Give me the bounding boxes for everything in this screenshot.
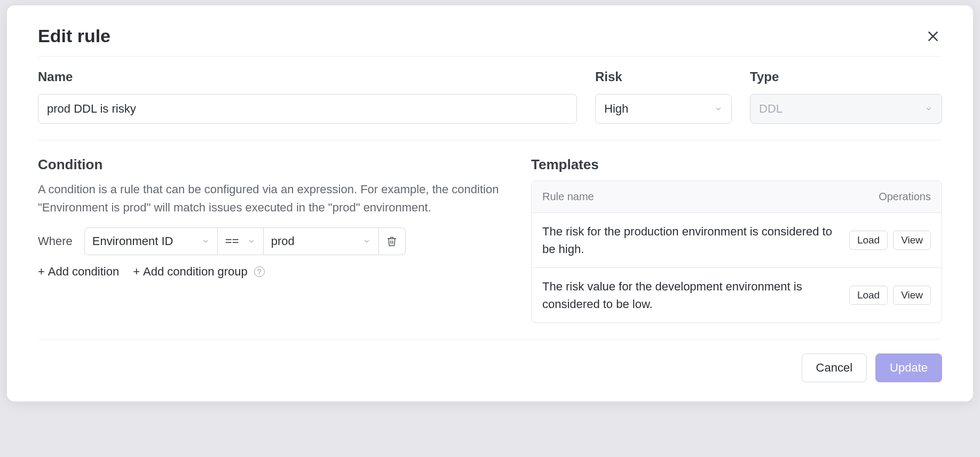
risk-field: Risk High: [595, 69, 732, 124]
top-fields-row: Name Risk High Type DDL: [38, 57, 942, 140]
risk-value: High: [604, 102, 628, 116]
type-value: DDL: [759, 102, 783, 116]
view-button[interactable]: View: [893, 286, 931, 305]
delete-condition-button[interactable]: [379, 227, 406, 255]
add-condition-group-label: Add condition group: [143, 265, 248, 279]
template-name: The risk value for the development envir…: [542, 278, 841, 313]
template-row: The risk for the production environment …: [532, 213, 942, 268]
close-button[interactable]: [924, 27, 942, 45]
add-condition-group-button[interactable]: + Add condition group ?: [133, 265, 265, 279]
update-button[interactable]: Update: [875, 353, 942, 382]
edit-rule-modal: Edit rule Name Risk High: [7, 5, 973, 401]
add-condition-button[interactable]: + Add condition: [38, 265, 119, 279]
add-row: + Add condition + Add condition group ?: [38, 265, 499, 279]
plus-icon: +: [38, 265, 45, 279]
chevron-down-icon: [247, 237, 256, 246]
plus-icon: +: [133, 265, 140, 279]
view-button[interactable]: View: [893, 231, 931, 250]
templates-header-operations: Operations: [845, 191, 931, 203]
type-select: DDL: [750, 94, 942, 124]
help-icon: ?: [254, 266, 265, 277]
condition-title: Condition: [38, 156, 499, 173]
modal-header: Edit rule: [38, 26, 942, 57]
type-label: Type: [750, 69, 942, 84]
add-condition-label: Add condition: [48, 265, 119, 279]
trash-icon: [386, 236, 397, 247]
body-row: Condition A condition is a rule that can…: [38, 140, 942, 340]
modal-footer: Cancel Update: [38, 340, 942, 382]
condition-operator-value: ==: [225, 234, 239, 248]
condition-description: A condition is a rule that can be config…: [38, 180, 499, 217]
condition-field-select[interactable]: Environment ID: [84, 227, 218, 255]
condition-value-text: prod: [271, 234, 295, 248]
condition-operator-select[interactable]: ==: [218, 227, 264, 255]
template-name: The risk for the production environment …: [542, 223, 841, 258]
where-label: Where: [38, 234, 73, 248]
load-button[interactable]: Load: [849, 231, 888, 250]
name-input[interactable]: [38, 94, 577, 124]
chevron-down-icon: [201, 237, 210, 246]
risk-label: Risk: [595, 69, 732, 84]
condition-value-select[interactable]: prod: [264, 227, 379, 255]
condition-row: Where Environment ID == pro: [38, 227, 499, 255]
templates-section: Templates Rule name Operations The risk …: [531, 156, 942, 323]
templates-table-header: Rule name Operations: [532, 181, 942, 213]
template-operations: Load View: [849, 286, 931, 305]
load-button[interactable]: Load: [849, 286, 888, 305]
cancel-button[interactable]: Cancel: [802, 353, 867, 382]
templates-header-rule-name: Rule name: [542, 191, 845, 203]
name-field: Name: [38, 69, 577, 124]
chevron-down-icon: [924, 105, 933, 113]
risk-select[interactable]: High: [595, 94, 732, 124]
template-row: The risk value for the development envir…: [532, 268, 942, 322]
condition-field-value: Environment ID: [92, 234, 173, 248]
modal-title: Edit rule: [38, 26, 110, 46]
name-label: Name: [38, 69, 577, 84]
template-operations: Load View: [849, 231, 931, 250]
templates-table: Rule name Operations The risk for the pr…: [531, 180, 942, 323]
chevron-down-icon: [362, 237, 371, 246]
templates-title: Templates: [531, 156, 942, 173]
condition-section: Condition A condition is a rule that can…: [38, 156, 499, 323]
close-icon: [926, 29, 940, 43]
type-field: Type DDL: [750, 69, 942, 124]
chevron-down-icon: [714, 105, 723, 113]
